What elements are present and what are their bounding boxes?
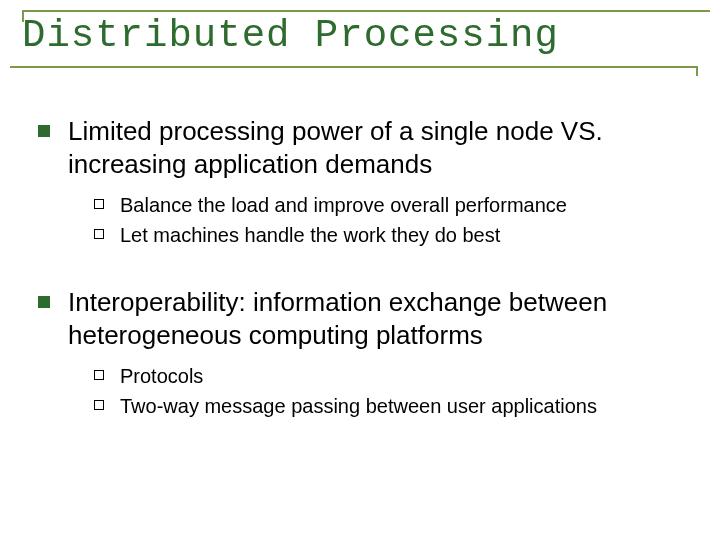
square-bullet-icon [38,125,50,137]
list-item: Let machines handle the work they do bes… [94,222,690,248]
list-item-text: Let machines handle the work they do bes… [120,222,500,248]
list-item: Balance the load and improve overall per… [94,192,690,218]
hollow-square-bullet-icon [94,229,104,239]
slide-content: Limited processing power of a single nod… [38,115,690,457]
sub-list: Balance the load and improve overall per… [94,192,690,248]
list-item-text: Interoperability: information exchange b… [68,286,690,351]
list-item-text: Two-way message passing between user app… [120,393,597,419]
sub-list: Protocols Two-way message passing betwee… [94,363,690,419]
list-item-text: Limited processing power of a single nod… [68,115,690,180]
title-rule-under [10,66,698,68]
list-item-text: Balance the load and improve overall per… [120,192,567,218]
list-item: Interoperability: information exchange b… [38,286,690,351]
list-item: Two-way message passing between user app… [94,393,690,419]
list-item-text: Protocols [120,363,203,389]
slide: Distributed Processing Limited processin… [0,0,720,540]
title-rule-top [22,10,710,12]
hollow-square-bullet-icon [94,370,104,380]
rule-tick-icon [696,66,698,76]
hollow-square-bullet-icon [94,199,104,209]
list-item: Protocols [94,363,690,389]
slide-title: Distributed Processing [22,14,559,58]
hollow-square-bullet-icon [94,400,104,410]
list-item: Limited processing power of a single nod… [38,115,690,180]
square-bullet-icon [38,296,50,308]
